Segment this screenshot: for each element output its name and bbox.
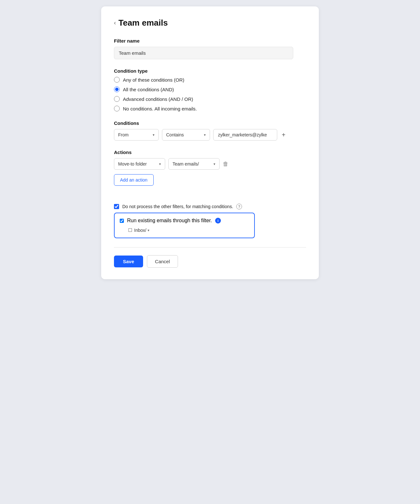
footer-buttons: Save Cancel [114, 255, 306, 268]
conditions-row: From ▾ Contains ▾ + [114, 129, 306, 141]
do-not-process-row: Do not process the other filters, for ma… [114, 204, 306, 209]
run-existing-folder-select[interactable]: Inbox/ ▾ [134, 228, 149, 233]
condition-type-radio-group: Any of these conditions (OR) All the con… [114, 77, 306, 111]
action-dropdown[interactable]: Move-to folder ▾ [114, 158, 165, 170]
run-existing-folder-row: ☐ Inbox/ ▾ [128, 227, 249, 233]
operator-dropdown-chevron: ▾ [204, 133, 206, 137]
run-existing-folder-chevron: ▾ [148, 228, 149, 232]
back-button[interactable]: ‹ [114, 20, 116, 26]
filter-name-section: Filter name [114, 38, 306, 59]
filter-name-input[interactable] [114, 47, 293, 59]
action-dropdown-chevron: ▾ [159, 162, 161, 166]
add-action-button[interactable]: Add an action [114, 174, 154, 186]
run-existing-checkbox[interactable] [120, 219, 124, 223]
radio-none-input[interactable] [114, 106, 120, 111]
conditions-section: Conditions From ▾ Contains ▾ + [114, 120, 306, 141]
radio-and-input[interactable] [114, 86, 120, 92]
cancel-button[interactable]: Cancel [147, 255, 178, 268]
radio-none-label: No conditions. All incoming emails. [123, 106, 197, 111]
condition-type-section: Condition type Any of these conditions (… [114, 68, 306, 111]
radio-none[interactable]: No conditions. All incoming emails. [114, 106, 306, 111]
conditions-label: Conditions [114, 120, 306, 126]
do-not-process-help-icon[interactable]: ? [236, 204, 242, 209]
actions-label: Actions [114, 150, 306, 155]
action-folder-dropdown[interactable]: Team emails/ ▾ [168, 158, 220, 170]
action-folder-dropdown-chevron: ▾ [214, 162, 215, 166]
field-dropdown-chevron: ▾ [153, 133, 155, 137]
operator-dropdown[interactable]: Contains ▾ [162, 129, 210, 141]
main-card: ‹ Team emails Filter name Condition type… [101, 6, 319, 279]
radio-advanced-label: Advanced conditions (AND / OR) [123, 96, 193, 102]
actions-row: Move-to folder ▾ Team emails/ ▾ 🗑 [114, 158, 306, 170]
radio-or-input[interactable] [114, 77, 120, 83]
do-not-process-checkbox[interactable] [114, 204, 119, 209]
delete-action-button[interactable]: 🗑 [223, 161, 229, 167]
save-button[interactable]: Save [114, 256, 143, 267]
radio-advanced[interactable]: Advanced conditions (AND / OR) [114, 96, 306, 102]
do-not-process-label: Do not process the other filters, for ma… [122, 204, 233, 209]
radio-or-label: Any of these conditions (OR) [123, 77, 184, 83]
add-condition-button[interactable]: + [280, 131, 287, 139]
run-existing-info-icon[interactable]: i [215, 218, 221, 224]
operator-dropdown-value: Contains [166, 132, 184, 137]
run-existing-box: Run existing emails through this filter.… [114, 213, 255, 238]
radio-or[interactable]: Any of these conditions (OR) [114, 77, 306, 83]
divider [114, 247, 306, 248]
run-existing-row: Run existing emails through this filter.… [120, 218, 249, 224]
actions-section: Actions Move-to folder ▾ Team emails/ ▾ … [114, 150, 306, 195]
field-dropdown-value: From [118, 132, 129, 137]
run-existing-folder-value: Inbox/ [134, 228, 146, 233]
condition-value-input[interactable] [213, 129, 277, 141]
filter-name-label: Filter name [114, 38, 306, 44]
radio-and[interactable]: All the conditions (AND) [114, 86, 306, 92]
field-dropdown[interactable]: From ▾ [114, 129, 159, 141]
page-title: Team emails [118, 18, 168, 28]
action-folder-dropdown-value: Team emails/ [173, 161, 199, 167]
condition-type-label: Condition type [114, 68, 306, 74]
run-existing-label: Run existing emails through this filter. [127, 218, 212, 224]
radio-and-label: All the conditions (AND) [123, 87, 174, 92]
folder-icon: ☐ [128, 227, 132, 233]
action-dropdown-value: Move-to folder [118, 161, 147, 167]
back-header: ‹ Team emails [114, 18, 306, 28]
radio-advanced-input[interactable] [114, 96, 120, 102]
